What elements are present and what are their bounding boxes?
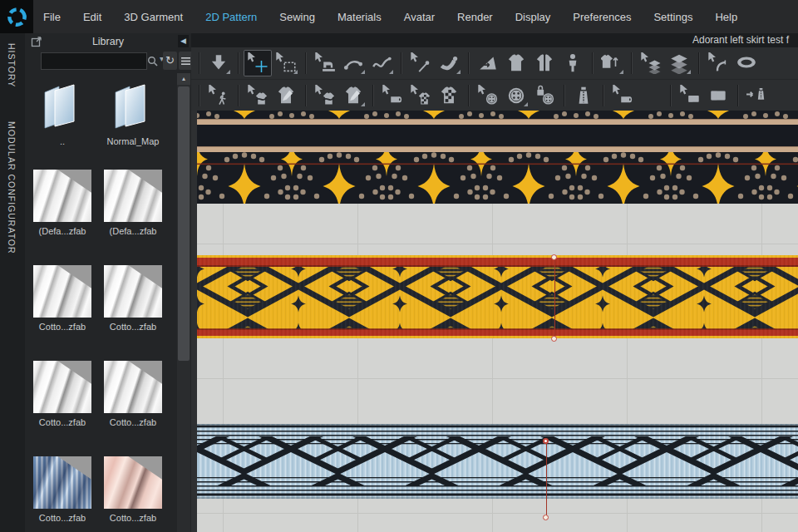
menu-file[interactable]: File (43, 11, 61, 23)
tab-history[interactable]: HISTORY (7, 43, 17, 87)
scroll-up-arrow-icon[interactable]: ▴ (177, 73, 190, 85)
menu-2d-pattern[interactable]: 2D Pattern (205, 11, 257, 23)
adjust-pattern-icon (410, 85, 431, 106)
tool-grading[interactable] (704, 82, 732, 109)
internal-line[interactable] (546, 441, 548, 517)
tool-flatten-tool[interactable] (665, 50, 693, 76)
transform-pattern-icon (247, 52, 268, 74)
tool-unfold-tool[interactable] (474, 50, 502, 76)
tool-zipper[interactable] (569, 82, 598, 109)
black-strip (197, 125, 798, 146)
fabric-thumbnail[interactable] (33, 170, 91, 222)
internal-line-point[interactable] (543, 438, 549, 444)
tool-attach-buttonhole[interactable] (530, 82, 559, 109)
fabric-thumbnail[interactable] (33, 265, 91, 318)
pattern-piece-blue-trim[interactable] (197, 424, 798, 499)
refresh-icon[interactable]: ↻ (163, 52, 177, 70)
document-title: Adorant left skirt test f (692, 34, 789, 46)
pattern-piece-top-trim[interactable] (197, 111, 798, 204)
tool-import-export[interactable] (204, 50, 233, 76)
internal-line[interactable] (554, 257, 556, 338)
tool-transform-pattern[interactable] (244, 50, 272, 76)
attach-trim-icon (640, 85, 662, 106)
tool-reset-2d-arrangement[interactable] (598, 50, 626, 76)
menu-preferences[interactable]: Preferences (573, 11, 631, 23)
internal-line-point[interactable] (551, 254, 557, 260)
tool-edit-trim[interactable] (608, 82, 637, 109)
library-panel: Library ◀ ▾ ↻ ..Normal_Map(Defa...zfab(D… (25, 33, 192, 532)
library-search-row: ▾ ↻ (25, 52, 191, 73)
tool-edit-seam[interactable] (272, 82, 300, 109)
tool-arrange-panels[interactable] (502, 50, 530, 76)
toolbar-separator (401, 52, 401, 74)
fabric-thumbnail[interactable] (33, 456, 91, 509)
tool-adjust-pattern[interactable] (406, 82, 435, 109)
edit-texture-icon (382, 85, 403, 106)
fabric-thumbnail[interactable] (33, 361, 91, 413)
internal-line-point[interactable] (551, 336, 557, 342)
tool-segment-sewing[interactable] (339, 50, 367, 76)
tool-attach-button[interactable] (502, 82, 530, 109)
tool-pin-tool[interactable] (406, 50, 435, 76)
tool-attach-trim[interactable] (637, 82, 665, 109)
library-scrollbar[interactable]: ▴ (177, 73, 190, 532)
library-item-label: Cotto...zfab (97, 513, 169, 523)
menu-3d-garment[interactable]: 3D Garment (124, 11, 183, 23)
pattern-piece-yellow-trim[interactable] (197, 255, 798, 338)
tool-walkthrough[interactable] (204, 82, 233, 109)
search-input[interactable] (41, 52, 147, 70)
tool-tape-measure[interactable] (732, 50, 761, 76)
tool-avatar-arrangement[interactable] (559, 50, 587, 76)
2d-toolbar (191, 47, 798, 111)
menu-sewing[interactable]: Sewing (279, 11, 315, 23)
tool-edit-pattern-marquee[interactable] (272, 50, 300, 76)
toolbar-separator (238, 85, 239, 106)
library-item-label: .. (27, 136, 98, 146)
tool-flatten-select[interactable] (637, 50, 665, 76)
tool-select-button[interactable] (474, 82, 502, 109)
fabric-thumbnail[interactable] (104, 265, 162, 318)
walkthrough-icon (208, 85, 229, 106)
sewing-machine-icon (314, 52, 336, 74)
menu-items: FileEdit3D Garment2D PatternSewingMateri… (43, 0, 737, 33)
menu-materials[interactable]: Materials (337, 11, 382, 23)
free-sewing-icon (371, 52, 392, 74)
tool-pattern-print[interactable] (435, 82, 463, 109)
scrollbar-thumb[interactable] (178, 86, 190, 361)
menu-avatar[interactable]: Avatar (404, 11, 435, 23)
tool-free-sewing[interactable] (367, 50, 396, 76)
tool-edit-measure[interactable] (704, 50, 732, 76)
edit-pattern-marquee-icon (275, 52, 297, 74)
tool-edit-grading[interactable] (676, 82, 704, 109)
menu-display[interactable]: Display (515, 11, 551, 23)
fabric-thumbnail[interactable] (104, 170, 162, 222)
tab-modular-configurator[interactable]: MODULAR CONFIGURATOR (7, 121, 17, 254)
unfold-tool-icon (477, 52, 499, 74)
fabric-thumbnail[interactable] (104, 361, 162, 413)
collapse-arrow-icon[interactable]: ◀ (178, 35, 189, 47)
toolbar-separator (670, 85, 671, 106)
tool-edit-sewing[interactable] (244, 82, 272, 109)
folder-icon (39, 81, 86, 130)
pin-tool-icon (410, 52, 431, 74)
search-icon[interactable] (147, 55, 158, 70)
menu-settings[interactable]: Settings (653, 11, 692, 23)
app-logo[interactable] (0, 0, 33, 33)
internal-line-point[interactable] (543, 515, 549, 520)
menu-help[interactable]: Help (715, 11, 737, 23)
2d-pattern-canvas[interactable] (197, 111, 798, 532)
tape-measure-icon (736, 52, 757, 74)
tool-edit-texture[interactable] (378, 82, 406, 109)
tool-seam-taping[interactable] (339, 82, 367, 109)
import-export-icon (208, 52, 229, 74)
tool-sewing-machine[interactable] (311, 50, 339, 76)
menu-edit[interactable]: Edit (83, 11, 101, 23)
fabric-thumbnail[interactable] (104, 456, 162, 509)
tool-edit-puckering[interactable] (311, 82, 339, 109)
toolbar-separator (199, 52, 200, 74)
edit-measure-icon (707, 52, 729, 74)
tool-tack-tool[interactable] (435, 50, 463, 76)
tool-split-panel[interactable] (530, 50, 559, 76)
tool-zipper-clipped[interactable] (743, 82, 771, 109)
menu-render[interactable]: Render (457, 11, 493, 23)
